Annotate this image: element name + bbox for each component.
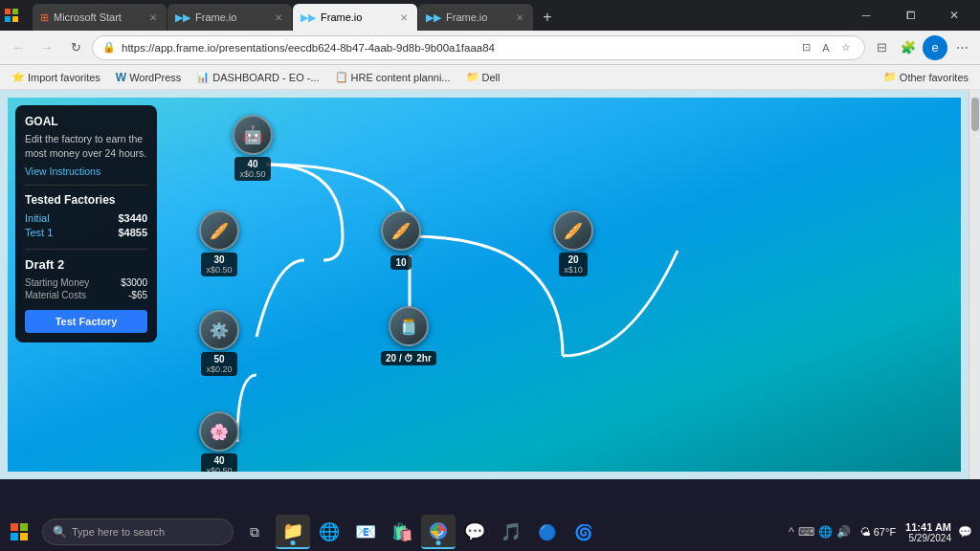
taskbar-icon-file-explorer[interactable]: 📁 [276,515,310,549]
taskbar-icon-music[interactable]: 🎵 [494,515,528,549]
search-placeholder: Type here to search [72,526,165,538]
scroll-thumb[interactable] [971,98,979,131]
taskbar-tray: ^ ⌨ 🌐 🔊 🌤 67°F 11:41 AM 5/29/2024 💬 [789,515,980,549]
bookmark-star-icon[interactable]: ☆ [837,39,855,56]
tab-microsoft-start[interactable]: ⊞ Microsoft Start ✕ [33,4,167,31]
tab2-close[interactable]: ✕ [273,11,284,24]
test-factory-button[interactable]: Test Factory [25,310,147,333]
wordpress-icon: W [116,71,126,84]
test1-value: $4855 [118,227,147,238]
bookmark-dell[interactable]: 📁 Dell [462,71,504,83]
goal-title: GOAL [25,115,147,128]
tab1-favicon: ⊞ [40,11,49,24]
dell-icon: 📁 [466,71,479,83]
notification-button[interactable]: 💬 [955,515,974,549]
collections-icon[interactable]: ⊟ [869,35,894,60]
tray-volume-icon[interactable]: 🔊 [836,525,851,539]
bookmark-wordpress[interactable]: W WordPress [112,71,186,84]
node-mid-left-line1: 30 [206,254,232,265]
tab2-title: Frame.io [195,11,268,23]
taskbar-icon-app1[interactable]: 🔵 [530,515,565,549]
clock-date: 5/29/2024 [909,533,952,543]
bookmark-import-favorites[interactable]: ⭐ Import favorites [8,71,104,83]
tab2-favicon: ▶▶ [175,11,190,24]
address-bar-row: ← → ↻ 🔒 https://app.frame.io/presentatio… [0,31,980,65]
starting-money-value: $3000 [121,277,147,288]
address-bar[interactable]: 🔒 https://app.frame.io/presentations/eec… [92,35,865,60]
taskbar-icon-edge[interactable]: 🌐 [312,515,346,549]
panel-tested-section: Tested Factories Initial $3440 Test 1 $4… [25,193,147,250]
tray-keyboard-icon[interactable]: ⌨ [798,525,814,539]
svg-rect-0 [5,9,11,14]
bookmark-other-favorites[interactable]: 📁 Other favorites [880,71,972,83]
address-icons: ⊡ A ☆ [797,39,855,56]
tab4-close[interactable]: ✕ [514,11,525,24]
node-lower-center[interactable]: 🫙 20 / ⏱ 2hr [381,306,436,365]
extensions-icon[interactable]: 🧩 [896,35,921,60]
node-top-line1: 40 [239,159,265,169]
read-mode-icon[interactable]: A [817,39,835,56]
bookmark-dashboard[interactable]: 📊 DASHBOARD - EO -... [192,71,323,83]
forward-button[interactable]: → [34,35,59,60]
tab-frameio-2-active[interactable]: ▶▶ Frame.io ✕ [293,4,417,31]
bookmarks-bar: ⭐ Import favorites W WordPress 📊 DASHBOA… [0,65,980,90]
starting-money-row: Starting Money $3000 [25,277,147,288]
svg-rect-6 [11,533,18,540]
dell-label: Dell [482,72,501,83]
node-mid-left[interactable]: 🥖 30 x$0.50 [199,210,239,276]
maximize-button[interactable]: ⧠ [888,0,932,31]
hre-icon: 📋 [335,71,348,83]
taskbar-icon-app2[interactable]: 🌀 [567,515,601,549]
tab-frameio-1[interactable]: ▶▶ Frame.io ✕ [167,4,292,31]
tab1-close[interactable]: ✕ [147,11,159,24]
node-right-line1: 20 [564,254,583,265]
view-instructions-link[interactable]: View Instructions [25,165,100,177]
starting-money-label: Starting Money [25,277,89,288]
clock[interactable]: 11:41 AM 5/29/2024 [905,521,951,543]
reload-button[interactable]: ↻ [63,35,88,60]
node-right[interactable]: 🥖 20 x$10 [553,210,593,276]
settings-dots-icon[interactable]: ⋯ [949,35,974,60]
weather-widget[interactable]: 🌤 67°F [860,526,896,538]
tab3-close[interactable]: ✕ [398,11,410,24]
hre-label: HRE content planni... [351,72,451,83]
taskbar-icon-mail[interactable]: 📧 [348,515,383,549]
title-bar: ⊞ Microsoft Start ✕ ▶▶ Frame.io ✕ ▶▶ Fra… [0,0,980,31]
minimize-button[interactable]: ─ [844,0,888,31]
scrollbar-vertical[interactable] [969,90,980,479]
node-mid-center[interactable]: 🥖 10 [381,210,421,270]
tray-up-arrow[interactable]: ^ [789,525,794,539]
tab3-favicon: ▶▶ [301,11,316,24]
tab3-title: Frame.io [321,11,393,23]
profile-icon[interactable]: e [923,35,947,60]
svg-rect-4 [11,523,18,531]
task-view-button[interactable]: ⧉ [237,515,272,549]
back-button[interactable]: ← [6,35,31,60]
start-button[interactable] [0,513,38,551]
node-bottom[interactable]: 🌸 40 x$0.50 [199,411,239,472]
node-top[interactable]: 🤖 40 x$0.50 [233,115,273,181]
tab-bar: ⊞ Microsoft Start ✕ ▶▶ Frame.io ✕ ▶▶ Fra… [29,0,840,31]
info-panel: GOAL Edit the factory to earn the most m… [15,105,157,342]
close-button[interactable]: ✕ [932,0,976,31]
lock-icon: 🔒 [102,41,116,54]
node-lower-left[interactable]: ⚙️ 50 x$0.20 [199,310,239,376]
taskbar: 🔍 Type here to search ⧉ 📁 🌐 📧 🛍️ [0,513,980,551]
import-fav-label: Import favorites [28,72,100,83]
node-mid-left-line2: x$0.50 [206,265,232,275]
tested-title: Tested Factories [25,193,147,207]
new-tab-button[interactable]: + [534,4,561,31]
taskbar-search[interactable]: 🔍 Type here to search [42,518,234,545]
panel-draft-section: Draft 2 Starting Money $3000 Material Co… [25,257,147,333]
taskbar-icon-chrome[interactable] [421,515,456,549]
test1-label: Test 1 [25,227,53,238]
svg-rect-5 [20,523,28,531]
taskbar-icon-store[interactable]: 🛍️ [385,515,419,549]
split-view-icon[interactable]: ⊡ [797,39,814,56]
panel-goal-section: GOAL Edit the factory to earn the most m… [25,115,147,186]
tray-network-icon[interactable]: 🌐 [818,525,833,539]
tab-frameio-3[interactable]: ▶▶ Frame.io ✕ [418,4,533,31]
bookmark-hre[interactable]: 📋 HRE content planni... [331,71,455,83]
taskbar-icon-teams[interactable]: 💬 [457,515,492,549]
node-right-line2: x$10 [564,265,583,275]
